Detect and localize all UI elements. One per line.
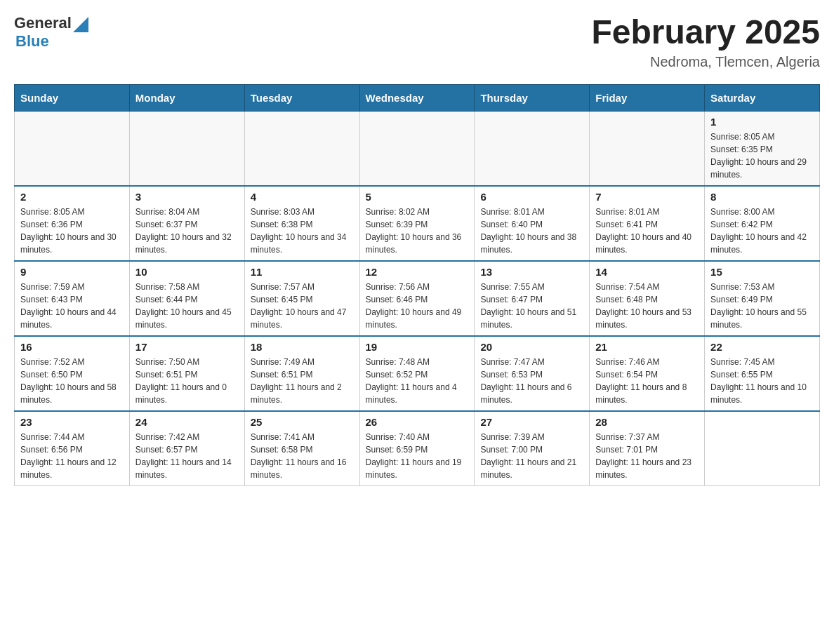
calendar-day-header: Saturday	[705, 84, 820, 111]
svg-marker-0	[73, 17, 88, 32]
calendar-day-cell	[15, 111, 130, 186]
calendar-day-cell: 10Sunrise: 7:58 AMSunset: 6:44 PMDayligh…	[129, 261, 244, 336]
day-number: 9	[20, 266, 124, 278]
calendar-day-cell: 11Sunrise: 7:57 AMSunset: 6:45 PMDayligh…	[244, 261, 359, 336]
calendar-day-cell: 2Sunrise: 8:05 AMSunset: 6:36 PMDaylight…	[15, 186, 130, 261]
day-number: 10	[135, 266, 239, 278]
day-number: 1	[710, 116, 814, 128]
day-detail: Sunrise: 8:01 AMSunset: 6:41 PMDaylight:…	[595, 206, 699, 256]
calendar-day-cell: 3Sunrise: 8:04 AMSunset: 6:37 PMDaylight…	[129, 186, 244, 261]
calendar-day-cell	[475, 111, 590, 186]
calendar-day-cell: 21Sunrise: 7:46 AMSunset: 6:54 PMDayligh…	[590, 336, 705, 411]
day-detail: Sunrise: 7:39 AMSunset: 7:00 PMDaylight:…	[480, 431, 583, 481]
calendar-day-header: Thursday	[475, 84, 590, 111]
day-detail: Sunrise: 7:53 AMSunset: 6:49 PMDaylight:…	[710, 281, 814, 331]
day-detail: Sunrise: 7:41 AMSunset: 6:58 PMDaylight:…	[251, 431, 354, 481]
day-detail: Sunrise: 8:02 AMSunset: 6:39 PMDaylight:…	[366, 206, 469, 256]
calendar-day-cell: 9Sunrise: 7:59 AMSunset: 6:43 PMDaylight…	[15, 261, 130, 336]
day-detail: Sunrise: 7:49 AMSunset: 6:51 PMDaylight:…	[251, 356, 354, 406]
calendar-week-row: 9Sunrise: 7:59 AMSunset: 6:43 PMDaylight…	[15, 261, 820, 336]
calendar-day-cell: 18Sunrise: 7:49 AMSunset: 6:51 PMDayligh…	[244, 336, 359, 411]
day-number: 19	[366, 341, 469, 353]
day-number: 5	[366, 191, 469, 203]
day-detail: Sunrise: 8:01 AMSunset: 6:40 PMDaylight:…	[480, 206, 583, 256]
day-detail: Sunrise: 7:45 AMSunset: 6:55 PMDaylight:…	[710, 356, 814, 406]
calendar-day-cell: 5Sunrise: 8:02 AMSunset: 6:39 PMDaylight…	[359, 186, 475, 261]
day-detail: Sunrise: 7:59 AMSunset: 6:43 PMDaylight:…	[20, 281, 124, 331]
day-detail: Sunrise: 7:58 AMSunset: 6:44 PMDaylight:…	[135, 281, 239, 331]
day-detail: Sunrise: 8:00 AMSunset: 6:42 PMDaylight:…	[710, 206, 814, 256]
day-number: 27	[480, 416, 583, 428]
day-number: 23	[20, 416, 124, 428]
day-number: 6	[480, 191, 583, 203]
calendar-week-row: 23Sunrise: 7:44 AMSunset: 6:56 PMDayligh…	[15, 411, 820, 486]
calendar-day-cell	[359, 111, 475, 186]
day-number: 22	[710, 341, 814, 353]
day-number: 15	[710, 266, 814, 278]
calendar-day-header: Friday	[590, 84, 705, 111]
day-number: 18	[251, 341, 354, 353]
day-number: 14	[595, 266, 699, 278]
day-number: 21	[595, 341, 699, 353]
day-detail: Sunrise: 7:48 AMSunset: 6:52 PMDaylight:…	[366, 356, 469, 406]
day-number: 28	[595, 416, 699, 428]
day-detail: Sunrise: 7:54 AMSunset: 6:48 PMDaylight:…	[595, 281, 699, 331]
day-number: 2	[20, 191, 124, 203]
logo-text-blue: Blue	[15, 32, 49, 51]
calendar-day-cell: 20Sunrise: 7:47 AMSunset: 6:53 PMDayligh…	[475, 336, 590, 411]
day-number: 16	[20, 341, 124, 353]
calendar-day-cell: 16Sunrise: 7:52 AMSunset: 6:50 PMDayligh…	[15, 336, 130, 411]
title-block: February 2025 Nedroma, Tlemcen, Algeria	[591, 14, 820, 70]
day-detail: Sunrise: 7:50 AMSunset: 6:51 PMDaylight:…	[135, 356, 239, 406]
day-detail: Sunrise: 7:55 AMSunset: 6:47 PMDaylight:…	[480, 281, 583, 331]
day-number: 13	[480, 266, 583, 278]
day-detail: Sunrise: 7:42 AMSunset: 6:57 PMDaylight:…	[135, 431, 239, 481]
calendar-day-cell: 6Sunrise: 8:01 AMSunset: 6:40 PMDaylight…	[475, 186, 590, 261]
calendar-header-row: SundayMondayTuesdayWednesdayThursdayFrid…	[15, 84, 820, 111]
calendar-day-cell	[129, 111, 244, 186]
day-number: 11	[251, 266, 354, 278]
calendar-day-cell: 12Sunrise: 7:56 AMSunset: 6:46 PMDayligh…	[359, 261, 475, 336]
calendar-day-cell: 23Sunrise: 7:44 AMSunset: 6:56 PMDayligh…	[15, 411, 130, 486]
day-number: 20	[480, 341, 583, 353]
calendar-day-cell: 1Sunrise: 8:05 AMSunset: 6:35 PMDaylight…	[705, 111, 820, 186]
page-subtitle: Nedroma, Tlemcen, Algeria	[591, 54, 820, 70]
day-number: 17	[135, 341, 239, 353]
calendar-day-cell: 22Sunrise: 7:45 AMSunset: 6:55 PMDayligh…	[705, 336, 820, 411]
day-detail: Sunrise: 8:05 AMSunset: 6:36 PMDaylight:…	[20, 206, 124, 256]
day-detail: Sunrise: 7:56 AMSunset: 6:46 PMDaylight:…	[366, 281, 469, 331]
page-title: February 2025	[591, 14, 820, 51]
calendar-day-header: Tuesday	[244, 84, 359, 111]
calendar-day-cell: 13Sunrise: 7:55 AMSunset: 6:47 PMDayligh…	[475, 261, 590, 336]
day-number: 26	[366, 416, 469, 428]
day-number: 4	[251, 191, 354, 203]
day-detail: Sunrise: 7:46 AMSunset: 6:54 PMDaylight:…	[595, 356, 699, 406]
page-header: General Blue February 2025 Nedroma, Tlem…	[14, 14, 820, 70]
calendar-day-cell	[705, 411, 820, 486]
day-detail: Sunrise: 8:03 AMSunset: 6:38 PMDaylight:…	[251, 206, 354, 256]
calendar-week-row: 1Sunrise: 8:05 AMSunset: 6:35 PMDaylight…	[15, 111, 820, 186]
calendar-day-cell: 17Sunrise: 7:50 AMSunset: 6:51 PMDayligh…	[129, 336, 244, 411]
calendar-day-cell: 8Sunrise: 8:00 AMSunset: 6:42 PMDaylight…	[705, 186, 820, 261]
day-number: 12	[366, 266, 469, 278]
calendar-day-cell: 24Sunrise: 7:42 AMSunset: 6:57 PMDayligh…	[129, 411, 244, 486]
day-detail: Sunrise: 7:44 AMSunset: 6:56 PMDaylight:…	[20, 431, 124, 481]
calendar-day-cell: 27Sunrise: 7:39 AMSunset: 7:00 PMDayligh…	[475, 411, 590, 486]
day-number: 25	[251, 416, 354, 428]
logo-triangle-icon	[73, 17, 88, 32]
calendar-week-row: 2Sunrise: 8:05 AMSunset: 6:36 PMDaylight…	[15, 186, 820, 261]
calendar-day-cell: 7Sunrise: 8:01 AMSunset: 6:41 PMDaylight…	[590, 186, 705, 261]
calendar-day-cell: 25Sunrise: 7:41 AMSunset: 6:58 PMDayligh…	[244, 411, 359, 486]
calendar-day-header: Wednesday	[359, 84, 475, 111]
logo-text-general: General	[14, 14, 72, 32]
calendar-day-cell	[244, 111, 359, 186]
day-detail: Sunrise: 7:37 AMSunset: 7:01 PMDaylight:…	[595, 431, 699, 481]
calendar-table: SundayMondayTuesdayWednesdayThursdayFrid…	[14, 84, 820, 486]
calendar-day-cell	[590, 111, 705, 186]
calendar-day-cell: 19Sunrise: 7:48 AMSunset: 6:52 PMDayligh…	[359, 336, 475, 411]
calendar-day-cell: 26Sunrise: 7:40 AMSunset: 6:59 PMDayligh…	[359, 411, 475, 486]
day-detail: Sunrise: 7:40 AMSunset: 6:59 PMDaylight:…	[366, 431, 469, 481]
day-detail: Sunrise: 8:05 AMSunset: 6:35 PMDaylight:…	[710, 130, 814, 181]
logo: General Blue	[14, 14, 88, 51]
calendar-day-cell: 4Sunrise: 8:03 AMSunset: 6:38 PMDaylight…	[244, 186, 359, 261]
